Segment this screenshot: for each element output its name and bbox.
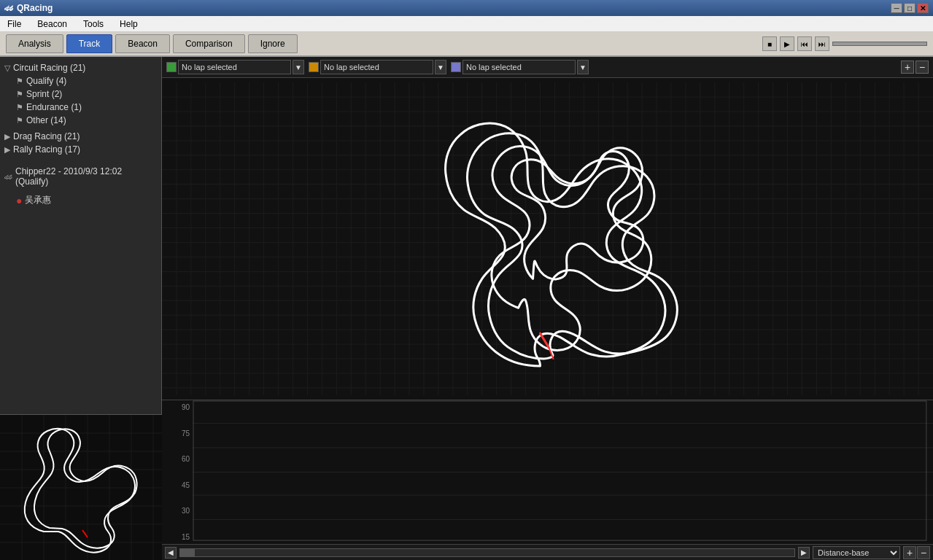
menubar: File Beacon Tools Help [0, 16, 933, 32]
tree-area: ▽ Circuit Racing (21) ⚑ Qualify (4) ⚑ Sp… [0, 57, 161, 414]
minimize-button[interactable]: ─ [891, 3, 902, 13]
y-label-15: 15 [163, 533, 190, 541]
tree-label-rally: Rally Racing (17) [13, 144, 80, 155]
zoom-out-button[interactable]: − [915, 61, 929, 74]
graph-scroll-left[interactable]: ◀ [165, 547, 177, 559]
y-label-45: 45 [163, 481, 190, 489]
track-svg [162, 78, 933, 400]
tab-analysis[interactable]: Analysis [6, 34, 63, 53]
folder-icon-drag: ▶ [4, 132, 10, 141]
tab-beacon[interactable]: Beacon [115, 34, 170, 53]
lap-dropdown-1[interactable] [178, 60, 291, 74]
tree-label-other: Other (14) [26, 115, 66, 125]
graph-scroll-right[interactable]: ▶ [798, 547, 810, 559]
mini-map-svg [0, 415, 162, 560]
graph-scrollbar[interactable] [179, 548, 795, 557]
graph-scrollbar-thumb[interactable] [180, 549, 195, 556]
tab-ignore[interactable]: Ignore [248, 34, 298, 53]
lap-color-green [166, 62, 177, 72]
flag-icon-sprint: ⚑ [16, 90, 23, 99]
graph-canvas: 90 75 60 45 30 15 [162, 400, 933, 544]
tree-item-rally-racing[interactable]: ▶ Rally Racing (17) [3, 143, 158, 156]
graph-zoom-in[interactable]: + [903, 546, 916, 559]
lap-dropdown-btn-3[interactable]: ▼ [577, 60, 589, 74]
session-icon: 🏎 [4, 172, 12, 181]
folder-icon: ▽ [4, 63, 10, 73]
lap-dropdown-btn-1[interactable]: ▼ [293, 60, 304, 74]
session-label: Chipper22 - 2010/9/3 12:02 (Qualify) [15, 166, 157, 187]
prev-button[interactable]: ⏮ [797, 36, 812, 51]
lap-selector-1: ▼ [166, 60, 304, 74]
titlebar-controls: ─ □ ✕ [891, 3, 929, 13]
lap-selector-3: ▼ [451, 60, 589, 74]
flag-icon-other: ⚑ [16, 116, 23, 125]
menu-help[interactable]: Help [115, 18, 142, 31]
driver-label: 吴承惠 [25, 194, 51, 206]
lap-color-orange [309, 62, 319, 72]
graph-unit-dropdown[interactable]: Distance-base Time-base [813, 546, 900, 559]
graph-zoom-controls: + − [903, 546, 930, 559]
flag-icon-qualify: ⚑ [16, 77, 23, 86]
playback-slider[interactable] [832, 42, 927, 46]
y-label-60: 60 [163, 455, 190, 463]
tree-label-endurance: Endurance (1) [26, 102, 82, 112]
tree-item-qualify[interactable]: ⚑ Qualify (4) [3, 74, 158, 88]
zoom-controls-top: + − [901, 61, 929, 74]
driver-item[interactable]: ● 吴承惠 [3, 192, 158, 208]
session-item[interactable]: 🏎 Chipper22 - 2010/9/3 12:02 (Qualify) [3, 165, 158, 188]
tree-item-circuit-racing[interactable]: ▽ Circuit Racing (21) [3, 61, 158, 74]
tree-item-sprint[interactable]: ⚑ Sprint (2) [3, 88, 158, 101]
lap-dropdown-2[interactable] [320, 60, 433, 74]
titlebar-left: 🏎 QRacing [4, 3, 53, 13]
lap-selector-2: ▼ [309, 60, 446, 74]
graph-zoom-out[interactable]: − [917, 546, 930, 559]
graph-yaxis: 90 75 60 45 30 15 [162, 400, 191, 544]
y-label-75: 75 [163, 429, 190, 438]
lap-color-purple [451, 62, 461, 72]
menu-file[interactable]: File [3, 18, 26, 31]
graph-area: 90 75 60 45 30 15 [162, 400, 933, 560]
tree-label-drag: Drag Racing (21) [13, 131, 80, 141]
maximize-button[interactable]: □ [904, 3, 915, 13]
app-title: QRacing [17, 3, 53, 13]
tab-track[interactable]: Track [66, 34, 113, 53]
toolbar-right: ■ ▶ ⏮ ⏭ [762, 36, 927, 51]
tree-item-other[interactable]: ⚑ Other (14) [3, 114, 158, 127]
menu-tools[interactable]: Tools [79, 18, 108, 31]
play-button[interactable]: ▶ [780, 36, 794, 51]
tree-label-sprint: Sprint (2) [26, 89, 62, 99]
app-icon: 🏎 [4, 3, 13, 13]
tree-label-qualify: Qualify (4) [26, 76, 66, 86]
menu-beacon[interactable]: Beacon [33, 18, 71, 31]
lap-dropdown-btn-2[interactable]: ▼ [435, 60, 446, 74]
track-canvas[interactable] [162, 78, 933, 400]
tree-item-drag-racing[interactable]: ▶ Drag Racing (21) [3, 130, 158, 143]
toolbar: Analysis Track Beacon Comparison Ignore … [0, 32, 933, 57]
zoom-in-button[interactable]: + [901, 61, 914, 74]
next-button[interactable]: ⏭ [815, 36, 829, 51]
lap-dropdown-3[interactable] [462, 60, 576, 74]
graph-svg [193, 400, 933, 544]
main-layout: ▽ Circuit Racing (21) ⚑ Qualify (4) ⚑ Sp… [0, 57, 933, 560]
titlebar: 🏎 QRacing ─ □ ✕ [0, 0, 933, 16]
tab-comparison[interactable]: Comparison [173, 34, 245, 53]
graph-bottom: ◀ ▶ Distance-base Time-base + − [162, 544, 933, 560]
flag-icon-endurance: ⚑ [16, 103, 23, 112]
folder-icon-rally: ▶ [4, 145, 10, 155]
tree-label-circuit: Circuit Racing (21) [13, 63, 85, 73]
right-panel: ▼ ▼ ▼ + − [162, 57, 933, 560]
left-panel: ▽ Circuit Racing (21) ⚑ Qualify (4) ⚑ Sp… [0, 57, 162, 560]
driver-dot-icon: ● [16, 195, 22, 206]
y-label-90: 90 [163, 403, 190, 411]
mini-map [0, 414, 162, 560]
tree-item-endurance[interactable]: ⚑ Endurance (1) [3, 101, 158, 114]
close-button[interactable]: ✕ [917, 3, 929, 13]
lap-selector: ▼ ▼ ▼ + − [162, 57, 933, 78]
stop-button[interactable]: ■ [762, 36, 777, 51]
y-label-30: 30 [163, 507, 190, 515]
